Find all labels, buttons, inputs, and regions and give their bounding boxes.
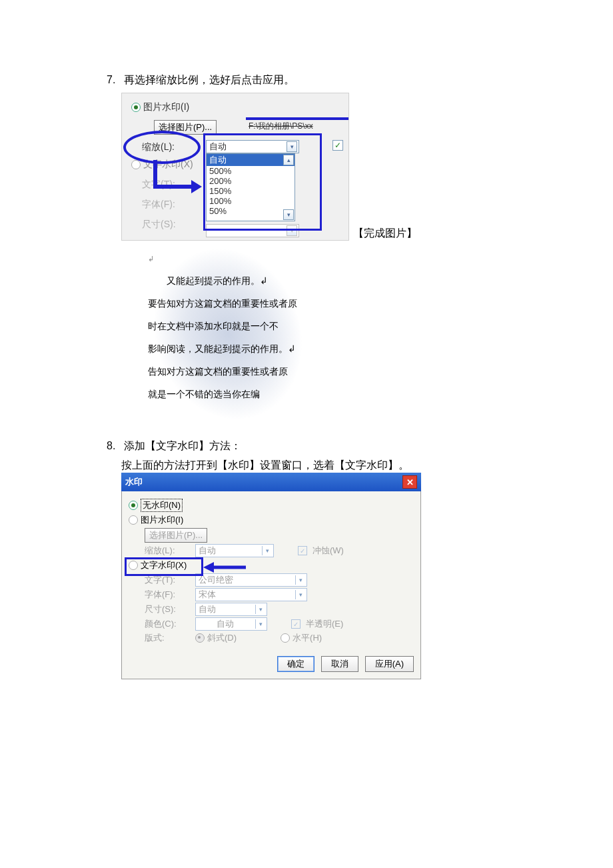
- text-watermark-option-wrap: 文字水印(X): [129, 559, 414, 571]
- select-picture-button[interactable]: 选择图片(P)...: [154, 120, 217, 135]
- sample-line: 告知对方这篇文档的重要性或者原: [121, 361, 341, 383]
- step8-subtext: 按上面的方法打开到【水印】设置窗口，选着【文字水印】。: [121, 459, 573, 473]
- select-pic-row: 选择图片(P)...: [145, 528, 414, 543]
- blue-arrow-left-icon: [202, 561, 249, 574]
- chevron-down-icon: ▾: [295, 575, 305, 585]
- scale-combo2: 自动 ▾: [195, 544, 274, 557]
- dialog-body: 无水印(N) 图片水印(I) 选择图片(P)... 缩放(L): 自动 ▾ ✓ …: [121, 491, 421, 679]
- color-label: 颜色(C):: [145, 618, 190, 630]
- washout-label: 冲蚀(W): [312, 545, 344, 557]
- size-combo: 自动 ▾: [195, 603, 267, 616]
- font-row: 字体(F): 宋体 ▾: [145, 588, 414, 601]
- color-combo: 自动 ▾: [195, 617, 267, 631]
- sample-line: 又能起到提示的作用。↲: [121, 270, 341, 293]
- size-label-gray: 尺寸(S):: [142, 219, 176, 231]
- step7-text: 再选择缩放比例，选好后点击应用。: [124, 74, 295, 85]
- font-label-gray: 字体(F):: [142, 199, 175, 211]
- scale-label2: 缩放(L):: [145, 545, 190, 557]
- chevron-down-icon: ▾: [287, 141, 297, 152]
- apply-button[interactable]: 应用(A): [365, 656, 414, 672]
- chevron-down-icon: ▾: [295, 590, 305, 599]
- chevron-down-icon: ▾: [255, 619, 265, 629]
- radio-diagonal-icon: [195, 633, 205, 643]
- sample-line: 时在文档中添加水印就是一个不: [121, 315, 341, 338]
- blue-strike-line: [246, 117, 348, 120]
- radio-pic-watermark-label: 图片水印(I): [143, 101, 189, 113]
- list-item[interactable]: 100%: [207, 196, 295, 206]
- list-item[interactable]: 150%: [207, 186, 295, 196]
- ok-button[interactable]: 确定: [277, 656, 314, 672]
- list-item[interactable]: 500%: [207, 166, 295, 176]
- select-picture-button-disabled: 选择图片(P)...: [145, 528, 207, 543]
- dialog-button-row: 确定 取消 应用(A): [129, 656, 414, 672]
- radio-off-icon: [129, 561, 138, 570]
- washout-checkbox-disabled: ✓: [298, 546, 307, 555]
- radio-on-icon: [131, 103, 141, 112]
- list-item[interactable]: 200%: [207, 176, 295, 186]
- scroll-up-icon[interactable]: ▴: [283, 155, 294, 165]
- radio-text-watermark-row2[interactable]: 文字水印(X): [129, 559, 414, 571]
- document-page: 7. 再选择缩放比例，选好后点击应用。 图片水印(I) 选择图片(P)... F…: [0, 0, 613, 719]
- layout-label: 版式:: [145, 632, 190, 644]
- figure-watermark-sample: ↲ 又能起到提示的作用。↲ 要告知对方这篇文档的重要性或者原 时在文档中添加水印…: [121, 241, 341, 419]
- radio-pic-watermark-row2[interactable]: 图片水印(I): [129, 514, 414, 526]
- step7-number: 7.: [107, 74, 121, 86]
- scale-row2: 缩放(L): 自动 ▾ ✓ 冲蚀(W): [145, 544, 414, 557]
- sample-line: 要告知对方这篇文档的重要性或者原: [121, 293, 341, 315]
- step8-text: 添加【文字水印】方法：: [124, 440, 241, 451]
- step8-number: 8.: [107, 440, 121, 452]
- dialog-title-text: 水印: [125, 476, 143, 488]
- font-combo: 宋体 ▾: [195, 588, 307, 601]
- radio-pic-watermark-label2: 图片水印(I): [141, 514, 183, 526]
- scale-listbox[interactable]: 自动 500% 200% 150% 100% 50% ▴ ▾: [206, 153, 295, 221]
- radio-off-icon: [131, 160, 141, 169]
- size-combo-gray: ▾: [206, 224, 299, 237]
- sample-line: 就是一个不错的选当你在编: [121, 383, 341, 406]
- washout-checkbox[interactable]: ✓: [332, 140, 343, 151]
- step-7: 7. 再选择缩放比例，选好后点击应用。: [107, 73, 573, 87]
- dialog-titlebar: 水印 ✕: [121, 473, 421, 491]
- figure1-caption: 【完成图片】: [353, 227, 417, 241]
- chevron-down-icon: ▾: [287, 225, 297, 236]
- radio-text-watermark-row: 文字水印(X): [131, 159, 193, 171]
- color-row: 颜色(C): 自动 ▾ ✓ 半透明(E): [145, 617, 414, 631]
- figure2-watermark-dialog: 水印 ✕ 无水印(N) 图片水印(I) 选择图片(P)... 缩放(L): 自动: [121, 473, 421, 679]
- picture-path-text: F:\我的相册\PS\xx: [249, 121, 313, 132]
- radio-no-watermark-label: 无水印(N): [141, 499, 183, 512]
- radio-pic-watermark-row[interactable]: 图片水印(I): [131, 101, 189, 113]
- scroll-down-icon[interactable]: ▾: [283, 209, 294, 220]
- radio-off-icon: [129, 515, 138, 525]
- text-row: 文字(T): 公司绝密 ▾: [145, 573, 414, 587]
- layout-diag-label: 斜式(D): [207, 632, 237, 644]
- semi-checkbox-disabled: ✓: [291, 619, 301, 629]
- figure1-scale-dropdown: 图片水印(I) 选择图片(P)... F:\我的相册\PS\xx 缩放(L): …: [121, 93, 349, 241]
- size-label: 尺寸(S):: [145, 603, 190, 615]
- scale-combo[interactable]: 自动 ▾: [206, 140, 299, 153]
- radio-horiz-icon: [281, 633, 290, 643]
- figure1-wrap: 图片水印(I) 选择图片(P)... F:\我的相册\PS\xx 缩放(L): …: [121, 93, 573, 241]
- scale-label: 缩放(L):: [142, 141, 175, 153]
- text-combo: 公司绝密 ▾: [195, 573, 307, 587]
- semi-label: 半透明(E): [306, 618, 343, 630]
- return-mark-icon: ↲: [148, 255, 154, 263]
- chevron-down-icon: ▾: [255, 605, 265, 614]
- step-8: 8. 添加【文字水印】方法：: [107, 439, 573, 453]
- layout-horiz-label: 水平(H): [293, 632, 322, 644]
- sample-line: 影响阅读，又能起到提示的作用。↲: [121, 338, 341, 361]
- text-label: 文字(T):: [145, 574, 190, 586]
- radio-text-watermark-label2: 文字水印(X): [141, 559, 187, 571]
- font-label: 字体(F):: [145, 589, 190, 601]
- list-item[interactable]: 50%: [207, 206, 295, 216]
- size-row: 尺寸(S): 自动 ▾: [145, 603, 414, 616]
- radio-no-watermark-row[interactable]: 无水印(N): [129, 499, 414, 512]
- text-label-gray: 文字(T):: [142, 179, 175, 191]
- cancel-button[interactable]: 取消: [321, 656, 358, 672]
- radio-on-icon: [129, 501, 138, 510]
- close-button[interactable]: ✕: [402, 475, 417, 489]
- chevron-down-icon: ▾: [262, 546, 272, 555]
- layout-row: 版式: 斜式(D) 水平(H): [145, 632, 414, 644]
- list-item[interactable]: 自动: [207, 154, 295, 166]
